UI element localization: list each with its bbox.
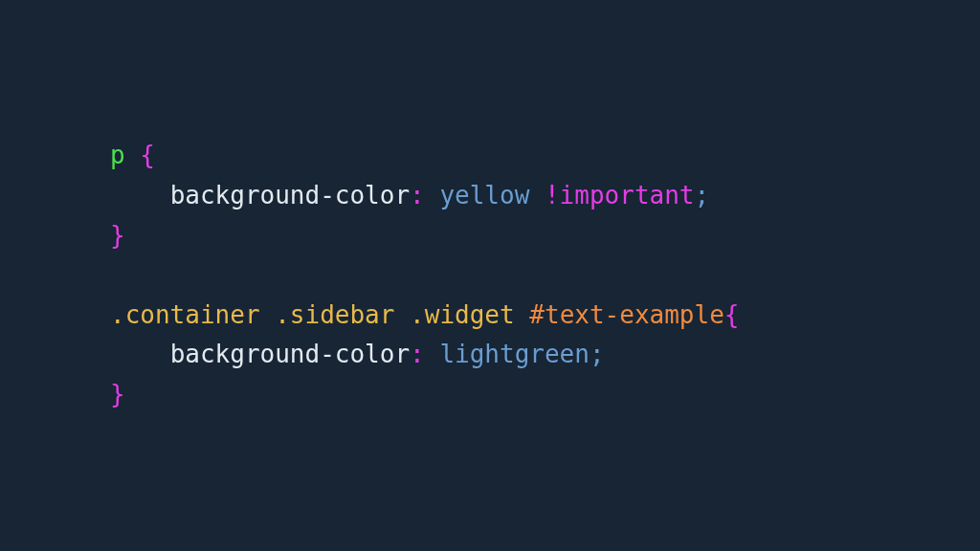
colon: :: [410, 181, 425, 209]
indent: [110, 340, 170, 368]
css-selector-class: .sidebar: [275, 300, 394, 329]
css-selector-class: .container: [110, 300, 260, 329]
css-value: lightgreen: [439, 340, 590, 368]
code-block: p { background-color: yellow !important;…: [110, 136, 739, 414]
css-selector-class: .widget: [410, 300, 515, 329]
css-selector-id: #text-example: [529, 300, 724, 329]
space: [425, 340, 440, 368]
brace-close: }: [110, 221, 125, 250]
space: [425, 181, 440, 209]
colon: :: [410, 340, 425, 368]
semicolon: ;: [590, 340, 605, 368]
css-property: background-color: [170, 181, 410, 209]
brace-open: {: [724, 300, 740, 329]
css-property: background-color: [170, 340, 410, 368]
indent: [110, 181, 170, 209]
css-value: yellow: [439, 181, 529, 209]
semicolon: ;: [695, 181, 710, 209]
brace-close: }: [110, 380, 125, 408]
brace-open: {: [125, 141, 155, 169]
css-selector-tag: p: [110, 141, 125, 169]
important-flag: !important: [529, 181, 694, 209]
